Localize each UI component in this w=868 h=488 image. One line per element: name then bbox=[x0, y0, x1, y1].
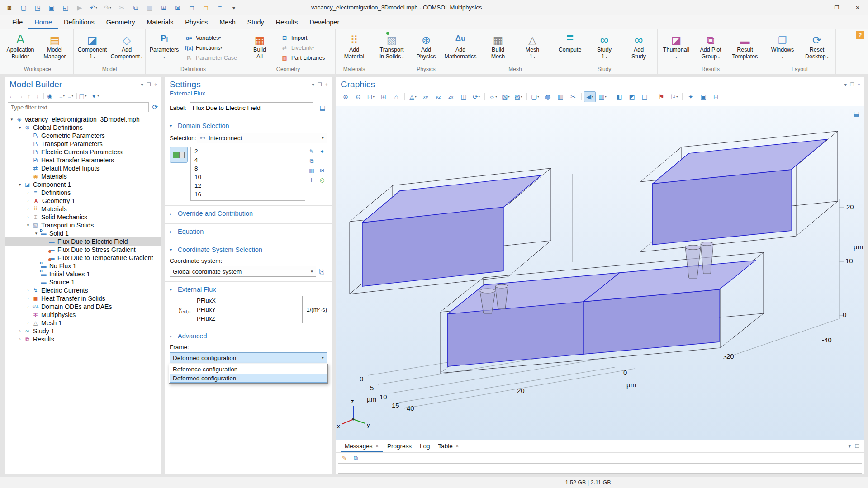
move-down-icon[interactable]: ↓ bbox=[33, 91, 42, 100]
print-icon[interactable]: ⊟ bbox=[710, 91, 722, 102]
expander-icon[interactable]: › bbox=[25, 321, 31, 325]
transparency-icon[interactable]: ◍ bbox=[542, 91, 554, 102]
reset-desktop-button[interactable]: ⟳ResetDesktop ▾ bbox=[800, 30, 834, 66]
expander-icon[interactable]: ▾ bbox=[9, 117, 15, 122]
expander-icon[interactable]: › bbox=[25, 296, 31, 301]
expander-icon[interactable]: › bbox=[25, 304, 31, 309]
add-mathematics-button[interactable]: ΔuAddMathematics bbox=[443, 30, 478, 66]
go-back-icon[interactable]: ← bbox=[8, 91, 16, 100]
add-physics-button[interactable]: ⊛AddPhysics bbox=[409, 30, 443, 66]
selection-combobox[interactable]: ⊶ Interconnect ▼ bbox=[197, 133, 327, 143]
add-to-selection-icon[interactable]: + bbox=[317, 147, 327, 156]
domain-selection-header[interactable]: ▾ Domain Selection bbox=[170, 120, 327, 131]
expander-icon[interactable]: ▾ bbox=[25, 223, 31, 227]
scene-light-icon[interactable]: ☼▾ bbox=[487, 91, 499, 102]
cut-icon[interactable]: ✂ bbox=[115, 2, 128, 14]
transport-in-solids-button[interactable]: ▧Transportin Solids ▾ bbox=[375, 30, 409, 66]
tree-item[interactable]: ›↯Electric Currents bbox=[5, 286, 161, 294]
view-icon[interactable]: ◬▾ bbox=[407, 91, 419, 102]
thumbnail-button[interactable]: ◪Thumbnail▾ bbox=[659, 30, 693, 66]
equation-header[interactable]: › Equation bbox=[170, 226, 327, 237]
advanced-header[interactable]: ▾ Advanced bbox=[170, 331, 327, 341]
paste-icon[interactable]: ▥ bbox=[143, 2, 157, 14]
windows-button[interactable]: ❐Windows▾ bbox=[765, 30, 800, 66]
tab-materials[interactable]: Materials bbox=[141, 16, 179, 29]
expander-icon[interactable]: ▾ bbox=[17, 125, 23, 130]
tab-results[interactable]: Results bbox=[270, 16, 304, 29]
duplicate-icon[interactable]: ⊞ bbox=[157, 2, 171, 14]
tree-item[interactable]: ›d/dtDomain ODEs and DAEs bbox=[5, 303, 161, 311]
go-to-default-view-icon[interactable]: ⌂ bbox=[390, 91, 402, 102]
zoom-box-icon[interactable]: ⊡▾ bbox=[365, 91, 377, 102]
save-icon[interactable]: ▣ bbox=[45, 2, 58, 14]
solid-box-upper-left[interactable] bbox=[362, 175, 541, 286]
panel-menu-icon[interactable]: ▾ bbox=[312, 82, 314, 88]
chevron-down-icon[interactable]: ▼ bbox=[308, 266, 316, 276]
expand-all-icon[interactable]: ≡▾ bbox=[58, 91, 66, 100]
expander-icon[interactable]: ▾ bbox=[17, 182, 23, 187]
solid-box-upper-right[interactable] bbox=[653, 139, 827, 245]
build-all-button[interactable]: ▦BuildAll bbox=[242, 30, 277, 66]
remove-from-selection-icon[interactable]: − bbox=[317, 156, 327, 166]
tree-item[interactable]: ▬Source 1 bbox=[5, 278, 161, 286]
filter-funnel-icon[interactable]: ▼▾ bbox=[91, 91, 99, 100]
domain-list-item[interactable]: 4 bbox=[191, 156, 305, 164]
delete-icon[interactable]: ⊠ bbox=[171, 2, 185, 14]
coordinate-system-combobox[interactable]: Global coordinate system ▼ bbox=[170, 266, 316, 277]
tree-item[interactable]: ›△Mesh 1 bbox=[5, 319, 161, 327]
table-window-icon[interactable]: ▤ bbox=[639, 91, 650, 102]
tab-table[interactable]: Table✕ bbox=[434, 440, 463, 452]
tree-item[interactable]: ▾◪Component 1 bbox=[5, 180, 161, 189]
split-horizontal-icon[interactable]: ◧ bbox=[613, 91, 625, 102]
qat-menu-icon[interactable]: ▾ bbox=[227, 2, 241, 14]
active-toggle-button[interactable] bbox=[170, 147, 188, 163]
tree-item[interactable]: ▬Flux Due to Stress Gradient bbox=[5, 246, 161, 254]
add-component-button[interactable]: ◇AddComponent ▾ bbox=[109, 30, 144, 66]
flip-view-icon[interactable]: ◫ bbox=[458, 91, 470, 102]
tree-item[interactable]: ▬DNo Flux 1 bbox=[5, 262, 161, 270]
sound-icon[interactable]: ◀▾ bbox=[584, 91, 596, 102]
panel-float-icon[interactable]: ❐ bbox=[850, 82, 854, 88]
tree-item[interactable]: ›⧉Results bbox=[5, 335, 161, 343]
rotate-view-icon[interactable]: ⟳▾ bbox=[470, 91, 482, 102]
panel-menu-icon[interactable]: ▾ bbox=[844, 82, 847, 88]
wireframe-icon[interactable]: ▦ bbox=[555, 91, 566, 102]
panel-float-icon[interactable]: ❐ bbox=[318, 82, 322, 88]
expander-icon[interactable]: › bbox=[25, 207, 31, 211]
close-icon[interactable]: ✕ bbox=[455, 444, 459, 449]
panel-pin-icon[interactable]: ⌖ bbox=[858, 82, 860, 88]
go-forward-icon[interactable]: → bbox=[16, 91, 24, 100]
coordinate-system-header[interactable]: ▾ Coordinate System Selection bbox=[170, 244, 327, 255]
environment-icon[interactable]: ▨▾ bbox=[512, 91, 524, 102]
animate-icon[interactable]: ✦ bbox=[685, 91, 697, 102]
compute-button[interactable]: =Compute bbox=[553, 30, 587, 66]
split-vertical-icon[interactable]: ◩ bbox=[626, 91, 638, 102]
move-up-icon[interactable]: ↑ bbox=[25, 91, 33, 100]
external-flux-header[interactable]: ▾ External Flux bbox=[170, 284, 327, 295]
expander-icon[interactable]: ▾ bbox=[33, 231, 39, 236]
clear-messages-icon[interactable]: ✎ bbox=[340, 454, 348, 463]
label-field[interactable] bbox=[190, 102, 313, 113]
expander-icon[interactable]: › bbox=[25, 199, 31, 203]
domain-selection-list[interactable]: 248101216 bbox=[190, 147, 305, 201]
tree-item[interactable]: ›⠿Materials bbox=[5, 205, 161, 213]
refresh-icon[interactable]: ⟳ bbox=[152, 103, 158, 111]
external-flux-y-field[interactable] bbox=[194, 305, 303, 314]
component-1-button[interactable]: ◪Component1 ▾ bbox=[75, 30, 109, 66]
paste-selection-icon[interactable]: ▥ bbox=[307, 166, 317, 175]
tree-item[interactable]: ›◼Heat Transfer in Solids bbox=[5, 294, 161, 303]
panel-pin-icon[interactable]: ⌖ bbox=[325, 82, 328, 88]
save-as-icon[interactable]: ◱ bbox=[59, 2, 72, 14]
tree-item[interactable]: ▾◈vacancy_electromigration_3Dmodel.mph bbox=[5, 115, 161, 123]
log-window-icon[interactable]: ≡ bbox=[213, 2, 227, 14]
mesh-1-button[interactable]: △Mesh1 ▾ bbox=[515, 30, 550, 66]
frame-option[interactable]: Deformed configuration bbox=[170, 374, 327, 383]
close-button[interactable]: ✕ bbox=[847, 0, 868, 15]
tree-item[interactable]: ›⌶Solid Mechanics bbox=[5, 213, 161, 221]
tab-developer[interactable]: Developer bbox=[304, 16, 345, 29]
zoom-extents-icon[interactable]: ⊞ bbox=[378, 91, 389, 102]
select-box-icon[interactable]: ◻ bbox=[185, 2, 199, 14]
tree-item[interactable]: ›∞Study 1 bbox=[5, 327, 161, 335]
zoom-out-icon[interactable]: ⊖ bbox=[352, 91, 364, 102]
camera-icon[interactable]: ▣ bbox=[697, 91, 709, 102]
